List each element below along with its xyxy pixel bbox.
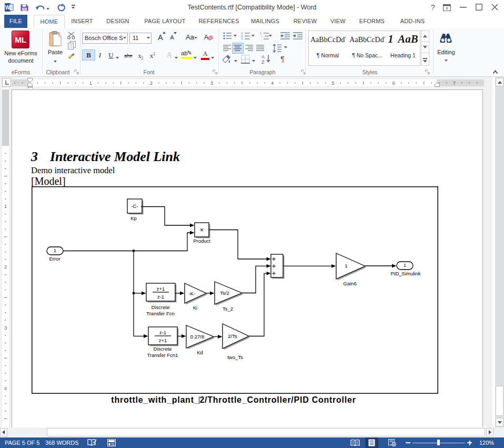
svg-text:Transfer Fcn: Transfer Fcn — [146, 311, 175, 316]
svg-text:4: 4 — [271, 81, 274, 86]
svg-text:-K-: -K- — [189, 291, 196, 296]
svg-text:Kp: Kp — [130, 215, 137, 221]
svg-text:-C-: -C- — [131, 203, 138, 209]
svg-text:3: 3 — [210, 81, 213, 86]
svg-text:-: - — [260, 38, 261, 41]
svg-text:i: i — [261, 35, 262, 38]
svg-text:4: 4 — [4, 386, 7, 391]
svg-text:6: 6 — [392, 81, 395, 86]
svg-text:two_Ts: two_Ts — [227, 354, 243, 360]
svg-text:Transfer Fcn1: Transfer Fcn1 — [147, 352, 178, 358]
svg-text:Discrete: Discrete — [152, 304, 170, 310]
svg-text:7: 7 — [453, 81, 456, 86]
svg-text:1: 1 — [89, 81, 92, 86]
svg-text:Discrete: Discrete — [154, 346, 172, 352]
svg-text:PID_Simulink: PID_Simulink — [390, 271, 420, 276]
svg-text:z-1: z-1 — [159, 330, 166, 335]
svg-text:A: A — [204, 34, 208, 41]
svg-text:ML: ML — [15, 35, 26, 44]
svg-text:2: 2 — [4, 264, 7, 270]
svg-text:Gain6: Gain6 — [343, 281, 356, 286]
svg-text:Product: Product — [193, 238, 210, 244]
svg-text:2/Ts: 2/Ts — [228, 333, 237, 339]
svg-text:3: 3 — [4, 325, 7, 331]
svg-text:A: A — [261, 54, 265, 59]
svg-text:1: 1 — [4, 204, 7, 209]
svg-text:Kd: Kd — [197, 350, 203, 355]
svg-text:z-1: z-1 — [157, 294, 164, 300]
svg-text:5: 5 — [331, 81, 334, 86]
svg-text:1: 1 — [345, 263, 347, 268]
svg-text:Ts_2: Ts_2 — [223, 306, 233, 312]
svg-text:1: 1 — [404, 263, 406, 268]
svg-text:Error: Error — [49, 256, 60, 262]
svg-text:0.27/8: 0.27/8 — [190, 334, 204, 340]
svg-text:×: × — [200, 226, 204, 234]
svg-text:Ts/2: Ts/2 — [220, 290, 229, 296]
svg-text:z+1: z+1 — [157, 286, 165, 292]
svg-text:Z: Z — [261, 59, 264, 64]
svg-text:2: 2 — [150, 81, 153, 86]
svg-text:1: 1 — [54, 248, 56, 253]
svg-text:Ki: Ki — [193, 305, 197, 311]
svg-text:3: 3 — [241, 38, 243, 41]
svg-text:z+1: z+1 — [159, 337, 167, 343]
